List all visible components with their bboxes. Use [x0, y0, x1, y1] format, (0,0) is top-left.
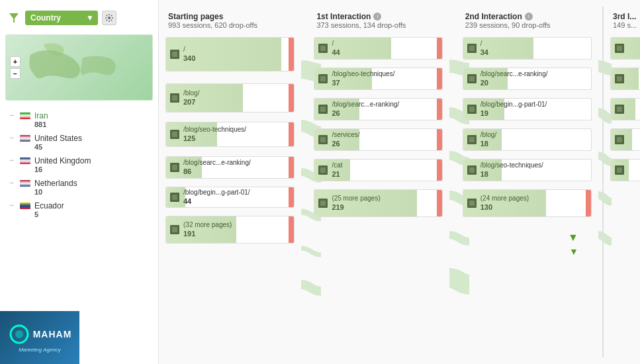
- node-third-2[interactable]: [610, 68, 640, 90]
- node-first-2[interactable]: /blog/seo-techniques/ 37: [314, 68, 443, 90]
- node-second-6[interactable]: (24 more pages) 130: [463, 189, 592, 217]
- connector-2: [449, 7, 455, 357]
- uk-name: United Kingdom: [34, 156, 91, 165]
- country-info-nl: Netherlands 10: [34, 179, 77, 196]
- node-second-1[interactable]: / 34: [463, 37, 592, 60]
- country-dropdown[interactable]: Country ▼: [25, 11, 98, 25]
- dropoff-indicator: [289, 187, 294, 207]
- chevron-down-icon: ▼: [86, 13, 94, 23]
- country-item-uk[interactable]: → United Kingdom 16: [0, 154, 158, 176]
- watermark: MAHAM Marketing Agency: [0, 311, 79, 364]
- node-first-5[interactable]: /cat 21: [314, 159, 443, 181]
- dropoff-indicator: [586, 190, 591, 216]
- node-second-5[interactable]: /blog/seo-techniques/ 18: [463, 159, 592, 181]
- svg-marker-0: [9, 13, 19, 23]
- map-zoom-in[interactable]: +: [10, 56, 21, 67]
- flow-arrow-icon: →: [8, 156, 15, 163]
- flow-scroll: Starting pages 993 sessions, 620 drop-of…: [159, 0, 640, 364]
- dropoff-indicator: [437, 129, 442, 150]
- country-info-iran: Iran 881: [34, 111, 48, 128]
- dropoff-indicator: [437, 68, 442, 89]
- node-first-3[interactable]: /blog/searc...e-ranking/ 26: [314, 98, 443, 120]
- info-icon[interactable]: i: [373, 13, 381, 21]
- column-third-title: 3rd I...: [613, 12, 640, 21]
- ec-sessions: 5: [34, 210, 64, 218]
- node-second-4[interactable]: /blog/ 18: [463, 128, 592, 151]
- nl-name: Netherlands: [34, 179, 77, 188]
- column-starting-title: Starting pages: [168, 12, 292, 21]
- country-item-nl[interactable]: → Netherlands 10: [0, 176, 158, 199]
- node-starting-3[interactable]: /blog/seo-techniques/ 125: [165, 122, 295, 147]
- country-item-iran[interactable]: → Iran 881: [0, 109, 158, 131]
- node-third-3[interactable]: [610, 98, 640, 120]
- node-starting-2[interactable]: /blog/ 207: [165, 83, 295, 113]
- iran-name: Iran: [34, 111, 48, 120]
- uk-sessions: 16: [34, 165, 91, 173]
- flow-arrow-icon: →: [8, 179, 15, 186]
- dropoff-indicator: [289, 84, 294, 112]
- column-second-title: 2nd Interaction: [465, 12, 522, 21]
- watermark-logo: MAHAM: [8, 323, 72, 345]
- nl-flag: [20, 180, 30, 187]
- node-label: /blog/begin...g-part-01/ 44: [183, 188, 250, 206]
- connector-1: [301, 7, 307, 357]
- gear-icon: [105, 14, 113, 22]
- node-second-3[interactable]: /blog/begin...g-part-01/ 19: [463, 98, 592, 120]
- down-arrow-1[interactable]: ▼: [568, 232, 578, 244]
- column-second-header: 2nd Interaction i 239 sessions, 90 drop-…: [463, 7, 592, 37]
- country-info-ec: Ecuador 5: [34, 201, 64, 218]
- country-item-us[interactable]: → United States 45: [0, 131, 158, 154]
- info-icon[interactable]: i: [525, 13, 533, 21]
- column-starting: Starting pages 993 sessions, 620 drop-of…: [159, 7, 301, 357]
- down-arrows: ▼ ▼: [463, 224, 592, 263]
- settings-button[interactable]: [102, 11, 116, 25]
- column-starting-subtitle: 993 sessions, 620 drop-offs: [168, 21, 292, 29]
- node-third-1[interactable]: [610, 37, 640, 60]
- ec-name: Ecuador: [34, 201, 64, 210]
- node-third-5[interactable]: [610, 159, 640, 181]
- dropoff-indicator: [289, 157, 294, 178]
- node-starting-4[interactable]: /blog/searc...e-ranking/ 86: [165, 156, 295, 179]
- us-sessions: 45: [34, 143, 82, 151]
- column-second-title-row: 2nd Interaction i: [465, 12, 589, 21]
- watermark-brand: MAHAM: [33, 329, 72, 340]
- node-starting-1[interactable]: / 340: [165, 37, 295, 71]
- dropoff-indicator: [437, 99, 442, 120]
- watermark-tagline: Marketing Agency: [19, 347, 61, 353]
- map-background: [6, 35, 152, 100]
- country-item-ec[interactable]: → Ecuador 5: [0, 199, 158, 221]
- node-first-6[interactable]: (25 more pages) 219: [314, 189, 443, 217]
- map-zoom-out[interactable]: −: [10, 68, 21, 79]
- map-svg: [6, 35, 152, 100]
- column-third: 3rd I... 149 s...: [602, 7, 640, 357]
- flow-area: Starting pages 993 sessions, 620 drop-of…: [159, 0, 640, 364]
- country-info-us: United States 45: [34, 134, 82, 151]
- dropoff-indicator: [437, 38, 442, 59]
- column-starting-header: Starting pages 993 sessions, 620 drop-of…: [165, 7, 295, 37]
- down-arrow-2[interactable]: ▼: [569, 246, 578, 257]
- node-third-4[interactable]: [610, 128, 640, 151]
- nl-sessions: 10: [34, 188, 77, 196]
- column-first-title: 1st Interaction: [316, 12, 371, 21]
- node-first-1[interactable]: / 44: [314, 37, 443, 60]
- column-second: 2nd Interaction i 239 sessions, 90 drop-…: [456, 7, 598, 357]
- node-starting-5[interactable]: /blog/begin...g-part-01/ 44: [165, 187, 295, 208]
- iran-sessions: 881: [34, 120, 48, 128]
- flow-arrow-icon: →: [8, 111, 15, 118]
- node-starting-6[interactable]: (32 more pages) 191: [165, 216, 295, 244]
- map-area: + −: [5, 34, 153, 101]
- sidebar-header: Country ▼: [0, 7, 158, 29]
- flow-arrow-icon: →: [8, 201, 15, 208]
- dropoff-indicator: [289, 38, 294, 71]
- node-second-2[interactable]: /blog/searc...e-ranking/ 20: [463, 68, 592, 90]
- main-container: Country ▼ + −: [0, 0, 640, 364]
- column-third-subtitle: 149 s...: [613, 21, 640, 29]
- column-second-subtitle: 239 sessions, 90 drop-offs: [465, 21, 589, 29]
- us-name: United States: [34, 134, 82, 143]
- svg-point-1: [108, 17, 111, 19]
- logo-svg: [8, 323, 30, 345]
- country-info-uk: United Kingdom 16: [34, 156, 91, 173]
- node-first-4[interactable]: /services/ 26: [314, 128, 443, 151]
- map-controls: + −: [10, 56, 21, 79]
- column-first-title-row: 1st Interaction i: [316, 12, 440, 21]
